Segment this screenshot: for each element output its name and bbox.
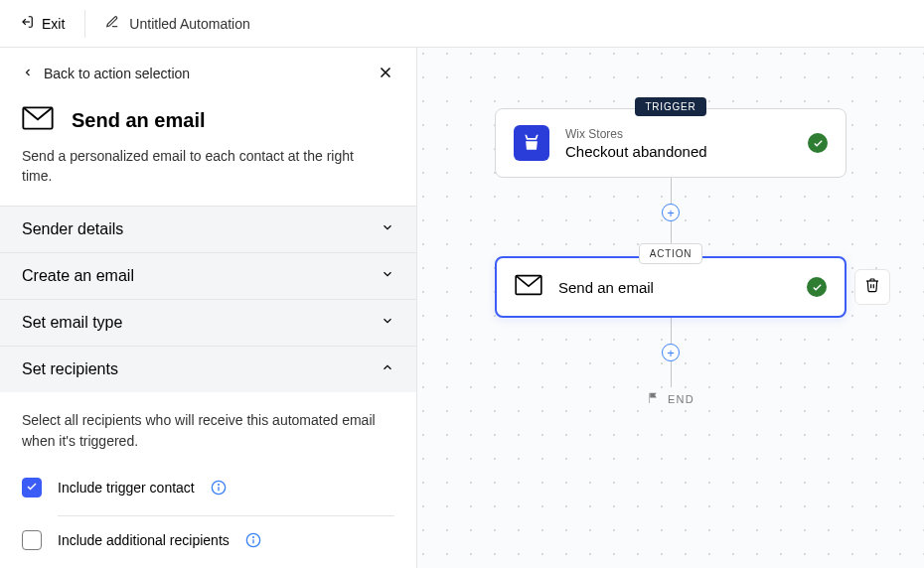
accordion-header-set-email-type[interactable]: Set email type — [0, 300, 416, 346]
accordion-label: Sender details — [22, 220, 123, 238]
action-node[interactable]: Send an email — [495, 256, 847, 318]
accordion: Sender details Create an email Set email… — [0, 206, 416, 568]
flow-canvas[interactable]: TRIGGER Wix Stores Checkout abandoned + … — [417, 48, 924, 568]
connector — [671, 221, 672, 243]
side-panel-header: Back to action selection Send an email S… — [0, 48, 416, 206]
trigger-event-label: Checkout abandoned — [565, 143, 792, 160]
add-step-button[interactable]: + — [662, 344, 680, 361]
wix-stores-icon — [514, 125, 549, 161]
include-additional-row: Include additional recipients — [22, 522, 394, 558]
include-trigger-contact-checkbox[interactable] — [22, 478, 42, 497]
accordion-label: Create an email — [22, 267, 134, 285]
flow-end: END — [647, 391, 694, 406]
exit-label: Exit — [42, 16, 65, 32]
back-label: Back to action selection — [44, 66, 190, 81]
chevron-up-icon — [381, 360, 394, 378]
close-panel-button[interactable] — [377, 64, 394, 85]
include-additional-checkbox[interactable] — [22, 530, 42, 550]
end-label: END — [668, 393, 694, 405]
side-panel: Back to action selection Send an email S… — [0, 48, 417, 568]
email-icon — [22, 105, 54, 135]
divider — [58, 515, 394, 516]
accordion-header-sender-details[interactable]: Sender details — [0, 207, 416, 252]
include-trigger-contact-row: Include trigger contact — [22, 470, 394, 505]
info-icon[interactable] — [211, 480, 227, 496]
panel-title-row: Send an email — [22, 105, 394, 135]
trigger-node[interactable]: Wix Stores Checkout abandoned — [495, 108, 847, 178]
panel-description: Send a personalized email to each contac… — [22, 147, 360, 186]
check-badge — [808, 133, 828, 153]
accordion-label: Set email type — [22, 314, 122, 332]
svg-point-9 — [252, 537, 253, 538]
trigger-app-label: Wix Stores — [565, 127, 792, 141]
info-icon[interactable] — [245, 532, 261, 548]
connector — [671, 361, 672, 387]
back-link[interactable]: Back to action selection — [22, 66, 394, 81]
accordion-label: Set recipients — [22, 360, 118, 378]
connector — [671, 178, 672, 204]
include-trigger-contact-label: Include trigger contact — [58, 480, 195, 496]
email-icon — [515, 274, 542, 300]
delete-step-button[interactable] — [854, 269, 890, 305]
accordion-item-set-email-type: Set email type — [0, 300, 416, 347]
pencil-icon — [105, 15, 119, 32]
exit-button[interactable]: Exit — [20, 10, 85, 38]
chevron-down-icon — [381, 267, 394, 285]
svg-point-6 — [218, 485, 219, 486]
accordion-item-sender-details: Sender details — [0, 207, 416, 253]
include-additional-label: Include additional recipients — [58, 532, 230, 548]
trigger-node-texts: Wix Stores Checkout abandoned — [565, 127, 792, 160]
add-step-button[interactable]: + — [662, 204, 680, 221]
exit-icon — [20, 15, 34, 32]
flag-icon — [647, 391, 660, 406]
top-bar: Exit Untitled Automation — [0, 0, 924, 48]
recipients-description: Select all recipients who will receive t… — [22, 410, 394, 452]
accordion-item-create-email: Create an email — [0, 253, 416, 300]
trash-icon — [864, 277, 880, 297]
accordion-header-create-email[interactable]: Create an email — [0, 253, 416, 299]
action-title-label: Send an email — [558, 279, 791, 296]
action-node-texts: Send an email — [558, 279, 791, 296]
chevron-down-icon — [381, 314, 394, 332]
checkmark-icon — [26, 480, 38, 496]
trigger-tag: TRIGGER — [635, 97, 705, 116]
accordion-header-set-recipients[interactable]: Set recipients — [0, 347, 416, 392]
panel-title: Send an email — [72, 109, 206, 132]
main-layout: Back to action selection Send an email S… — [0, 48, 924, 568]
accordion-content-set-recipients: Select all recipients who will receive t… — [0, 392, 416, 568]
automation-title: Untitled Automation — [129, 16, 249, 32]
flow-column: TRIGGER Wix Stores Checkout abandoned + … — [495, 97, 847, 406]
accordion-item-set-recipients: Set recipients Select all recipients who… — [0, 347, 416, 568]
check-badge — [807, 277, 827, 297]
automation-title-edit[interactable]: Untitled Automation — [105, 15, 249, 32]
close-icon — [377, 68, 394, 84]
chevron-left-icon — [22, 66, 34, 81]
chevron-down-icon — [381, 220, 394, 238]
connector — [671, 318, 672, 344]
action-tag: ACTION — [639, 243, 703, 264]
